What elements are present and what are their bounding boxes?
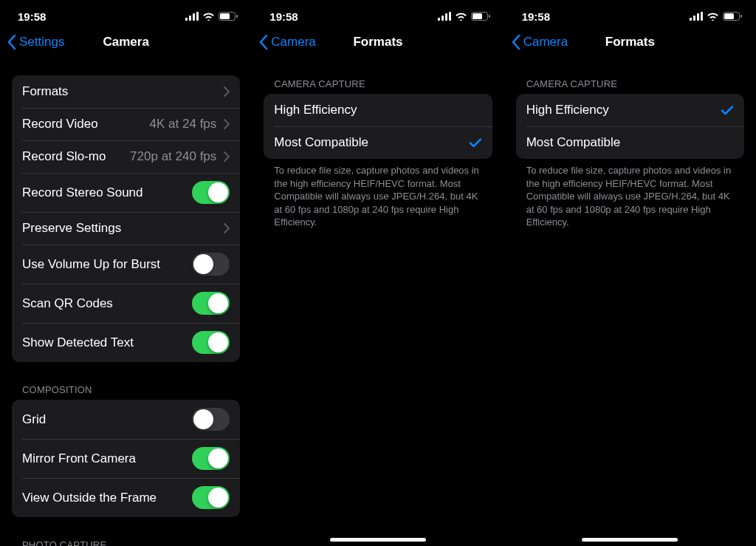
- row-label: High Efficiency: [526, 103, 609, 117]
- chevron-left-icon: [512, 35, 520, 50]
- chevron-right-icon: [224, 151, 230, 162]
- row-label: Preserve Settings: [22, 221, 121, 236]
- row-stereo-sound[interactable]: Record Stereo Sound: [12, 173, 240, 212]
- row-preserve-settings[interactable]: Preserve Settings: [12, 212, 240, 245]
- svg-rect-2: [193, 13, 195, 21]
- row-label: Most Compatible: [274, 135, 368, 150]
- row-grid[interactable]: Grid: [12, 400, 240, 439]
- cellular-icon: [438, 12, 451, 21]
- toggle-grid[interactable]: [192, 408, 230, 431]
- status-indicators: [690, 12, 743, 21]
- back-button[interactable]: Settings: [4, 27, 67, 58]
- svg-rect-3: [196, 12, 199, 21]
- toggle-stereo[interactable]: [192, 181, 230, 204]
- toggle-mirror-front[interactable]: [192, 447, 230, 470]
- svg-rect-15: [693, 16, 695, 21]
- row-label: Scan QR Codes: [22, 296, 113, 311]
- wifi-icon: [707, 12, 719, 21]
- svg-rect-10: [449, 12, 451, 21]
- back-label: Settings: [19, 35, 64, 50]
- row-label: Formats: [22, 84, 68, 99]
- row-high-efficiency[interactable]: High Efficiency: [516, 94, 744, 126]
- back-button[interactable]: Camera: [256, 27, 318, 58]
- row-detected-text[interactable]: Show Detected Text: [12, 323, 240, 362]
- phone-formats-most-compatible: 19:58 Camera Formats CAMERA CAPTURE High…: [252, 0, 504, 546]
- section-header-photo-capture: PHOTO CAPTURE: [12, 517, 240, 546]
- toggle-volume-burst[interactable]: [192, 253, 230, 276]
- toggle-detected-text[interactable]: [192, 331, 230, 354]
- formats-content: CAMERA CAPTURE High Efficiency Most Comp…: [252, 58, 504, 546]
- svg-rect-12: [472, 13, 482, 19]
- row-label: High Efficiency: [274, 103, 357, 117]
- wifi-icon: [202, 12, 215, 21]
- footer-note-formats: To reduce file size, capture photos and …: [516, 159, 744, 229]
- footer-note-formats: To reduce file size, capture photos and …: [264, 159, 492, 229]
- settings-content: Formats Record Video 4K at 24 fps Record…: [0, 58, 252, 546]
- svg-rect-17: [701, 12, 703, 21]
- row-label: Mirror Front Camera: [22, 451, 136, 466]
- row-label: Use Volume Up for Burst: [22, 257, 160, 272]
- back-label: Camera: [523, 35, 568, 50]
- formats-group: High Efficiency Most Compatible: [264, 94, 492, 159]
- row-most-compatible[interactable]: Most Compatible: [264, 126, 492, 159]
- status-bar: 19:58: [0, 0, 252, 27]
- row-label: View Outside the Frame: [22, 491, 157, 505]
- nav-header: Settings Camera: [0, 27, 252, 58]
- status-time: 19:58: [18, 10, 46, 23]
- home-indicator[interactable]: [582, 538, 678, 542]
- formats-content: CAMERA CAPTURE High Efficiency Most Comp…: [504, 58, 756, 546]
- row-label: Show Detected Text: [22, 335, 134, 350]
- svg-rect-8: [441, 16, 444, 21]
- row-detail: 4K at 24 fps: [150, 117, 217, 132]
- row-mirror-front[interactable]: Mirror Front Camera: [12, 439, 240, 478]
- checkmark-icon: [469, 136, 482, 149]
- svg-rect-14: [690, 18, 692, 21]
- row-scan-qr[interactable]: Scan QR Codes: [12, 284, 240, 323]
- row-record-slomo[interactable]: Record Slo-mo 720p at 240 fps: [12, 140, 240, 173]
- page-title: Camera: [103, 35, 148, 50]
- back-label: Camera: [271, 35, 315, 50]
- wifi-icon: [455, 12, 467, 21]
- status-bar: 19:58: [504, 0, 756, 27]
- svg-rect-9: [445, 13, 447, 21]
- row-volume-burst[interactable]: Use Volume Up for Burst: [12, 245, 240, 284]
- formats-group: High Efficiency Most Compatible: [516, 94, 744, 159]
- svg-rect-1: [189, 16, 191, 21]
- row-record-video[interactable]: Record Video 4K at 24 fps: [12, 108, 240, 140]
- row-formats[interactable]: Formats: [12, 75, 240, 108]
- page-title: Formats: [353, 35, 402, 50]
- toggle-view-outside[interactable]: [192, 486, 230, 509]
- page-title: Formats: [605, 35, 655, 50]
- status-time: 19:58: [522, 10, 550, 23]
- chevron-right-icon: [224, 86, 230, 97]
- chevron-right-icon: [224, 223, 230, 233]
- section-header-camera-capture: CAMERA CAPTURE: [516, 58, 744, 94]
- status-bar: 19:58: [252, 0, 504, 27]
- section-header-composition: COMPOSITION: [12, 362, 240, 400]
- row-detail: 720p at 240 fps: [130, 149, 216, 164]
- svg-rect-16: [697, 13, 699, 21]
- chevron-left-icon: [7, 35, 16, 50]
- settings-group-main: Formats Record Video 4K at 24 fps Record…: [12, 75, 240, 362]
- status-time: 19:58: [269, 10, 298, 23]
- chevron-left-icon: [259, 35, 268, 50]
- row-high-efficiency[interactable]: High Efficiency: [264, 94, 492, 126]
- row-view-outside[interactable]: View Outside the Frame: [12, 478, 240, 517]
- home-indicator[interactable]: [330, 538, 426, 542]
- nav-header: Camera Formats: [252, 27, 504, 58]
- section-header-camera-capture: CAMERA CAPTURE: [264, 58, 492, 94]
- svg-rect-19: [724, 13, 734, 19]
- toggle-scan-qr[interactable]: [192, 292, 230, 315]
- svg-rect-6: [236, 15, 238, 18]
- row-label: Grid: [22, 412, 46, 427]
- nav-header: Camera Formats: [504, 27, 756, 58]
- svg-rect-7: [438, 18, 440, 21]
- row-most-compatible[interactable]: Most Compatible: [516, 126, 744, 159]
- battery-icon: [723, 12, 743, 21]
- row-label: Record Stereo Sound: [22, 185, 143, 200]
- status-indicators: [438, 12, 491, 21]
- settings-group-composition: Grid Mirror Front Camera View Outside th…: [12, 400, 240, 517]
- battery-icon: [219, 12, 238, 21]
- cellular-icon: [690, 12, 703, 21]
- back-button[interactable]: Camera: [509, 27, 571, 58]
